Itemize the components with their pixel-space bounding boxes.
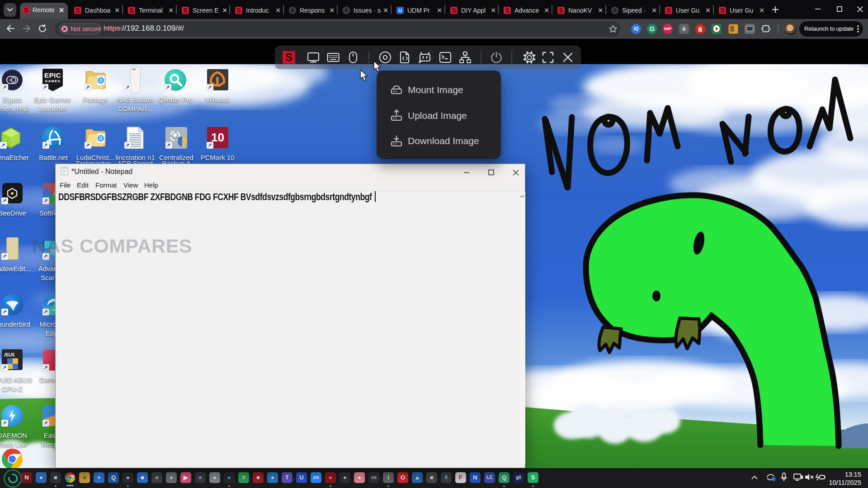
svg-text:D: D (99, 136, 102, 141)
svg-text:D: D (99, 78, 102, 83)
